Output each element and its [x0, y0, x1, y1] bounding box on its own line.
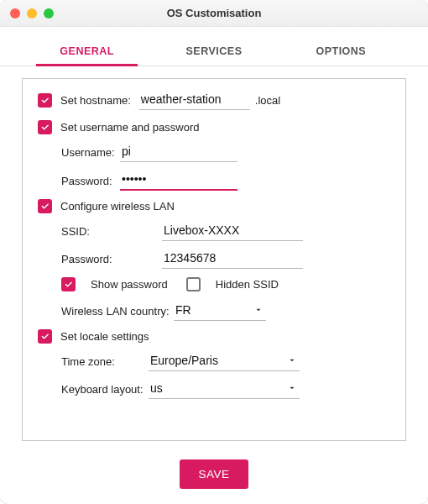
userpass-label: Set username and password: [60, 121, 199, 134]
window: OS Customisation GENERAL SERVICES OPTION…: [0, 0, 428, 504]
general-panel: Set hostname: .local Set username and pa…: [22, 78, 406, 441]
locale-label: Set locale settings: [60, 330, 149, 343]
wifi-row: Configure wireless LAN: [38, 199, 390, 213]
userpass-row: Set username and password: [38, 120, 390, 134]
ssid-label: SSID:: [61, 225, 162, 238]
footer: SAVE: [0, 451, 428, 504]
wifi-options-row: Show password Hidden SSID: [61, 277, 390, 291]
save-button[interactable]: SAVE: [180, 459, 248, 489]
minimize-icon[interactable]: [27, 8, 37, 18]
hostname-input[interactable]: [139, 91, 250, 110]
wifi-country-label: Wireless LAN country:: [61, 305, 174, 318]
timezone-row: Time zone: Europe/Paris: [61, 352, 390, 371]
show-password-group: Show password: [61, 277, 168, 291]
ssid-input[interactable]: [162, 222, 303, 241]
wifi-password-label: Password:: [61, 253, 162, 265]
keyboard-select[interactable]: us: [149, 380, 300, 399]
check-icon: [40, 202, 50, 211]
timezone-select[interactable]: Europe/Paris: [149, 352, 300, 371]
check-icon: [40, 332, 50, 341]
keyboard-value: us: [150, 381, 163, 395]
show-password-checkbox[interactable]: [61, 277, 76, 291]
locale-row: Set locale settings: [38, 329, 390, 344]
check-icon: [64, 280, 73, 289]
close-icon[interactable]: [10, 8, 20, 18]
hidden-ssid-checkbox[interactable]: [186, 277, 201, 291]
wifi-label: Configure wireless LAN: [60, 200, 175, 213]
configure-wifi-checkbox[interactable]: [38, 199, 52, 213]
keyboard-row: Keyboard layout: us: [61, 380, 390, 399]
wifi-password-input[interactable]: [162, 249, 303, 269]
window-title: OS Customisation: [0, 7, 428, 19]
password-input[interactable]: [120, 171, 237, 191]
set-locale-checkbox[interactable]: [38, 329, 52, 344]
hidden-ssid-group: Hidden SSID: [186, 277, 279, 291]
keyboard-label: Keyboard layout:: [61, 383, 149, 396]
ssid-row: SSID:: [61, 222, 390, 241]
password-label: Password:: [61, 175, 120, 187]
set-hostname-checkbox[interactable]: [38, 93, 52, 108]
tab-services[interactable]: SERVICES: [150, 35, 277, 66]
wifi-password-row: Password:: [61, 249, 390, 269]
check-icon: [40, 96, 50, 105]
set-userpass-checkbox[interactable]: [38, 120, 52, 134]
timezone-label: Time zone:: [61, 355, 149, 368]
username-label: Username:: [61, 146, 120, 159]
username-input[interactable]: [120, 143, 237, 162]
show-password-label: Show password: [91, 278, 168, 291]
maximize-icon[interactable]: [44, 8, 54, 18]
traffic-lights: [0, 8, 54, 18]
timezone-value: Europe/Paris: [150, 354, 218, 367]
hostname-label: Set hostname:: [60, 94, 131, 107]
username-row: Username:: [61, 143, 390, 162]
wifi-country-select[interactable]: FR: [174, 302, 266, 321]
hostname-row: Set hostname: .local: [38, 91, 390, 110]
chevron-down-icon: [254, 306, 263, 314]
chevron-down-icon: [288, 356, 296, 365]
tab-options[interactable]: OPTIONS: [278, 35, 405, 66]
titlebar: OS Customisation: [0, 0, 428, 27]
wifi-country-row: Wireless LAN country: FR: [61, 302, 390, 321]
tab-general[interactable]: GENERAL: [23, 35, 150, 66]
check-icon: [40, 123, 50, 132]
hostname-suffix: .local: [255, 94, 280, 107]
wifi-country-value: FR: [175, 303, 191, 317]
hidden-ssid-label: Hidden SSID: [216, 278, 279, 291]
tabs: GENERAL SERVICES OPTIONS: [0, 35, 428, 66]
password-row: Password:: [61, 171, 390, 191]
chevron-down-icon: [288, 384, 296, 392]
